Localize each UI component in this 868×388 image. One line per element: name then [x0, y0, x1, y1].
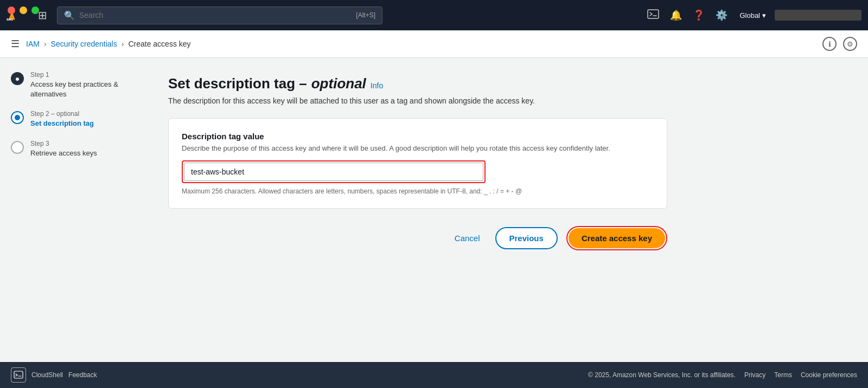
step-2-indicator	[11, 111, 24, 124]
footer-right: © 2025, Amazon Web Services, Inc. or its…	[588, 371, 857, 379]
account-bar	[775, 10, 861, 21]
create-access-key-button[interactable]: Create access key	[569, 228, 665, 248]
step-2-dot	[15, 115, 20, 120]
help-icon[interactable]: ❓	[690, 6, 708, 24]
terminal-icon[interactable]	[644, 5, 662, 26]
copyright-text: © 2025, Amazon Web Services, Inc. or its…	[588, 371, 736, 379]
sidebar-step-1: ● Step 1 Access key best practices & alt…	[11, 71, 136, 99]
window-close[interactable]	[8, 7, 15, 14]
breadcrumb-bar: ☰ IAM › Security credentials › Create ac…	[0, 30, 868, 58]
page-title: Set description tag – optional Info	[168, 75, 846, 92]
sidebar: ● Step 1 Access key best practices & alt…	[0, 58, 146, 362]
breadcrumb-sep-2: ›	[122, 40, 124, 48]
step-1-number: Step 1	[30, 71, 136, 79]
input-hint: Maximum 256 characters. Allowed characte…	[182, 187, 654, 195]
page-title-static: Set description tag –	[168, 75, 307, 92]
svg-text:aws: aws	[7, 17, 13, 21]
cancel-button[interactable]: Cancel	[448, 229, 487, 247]
cookie-link[interactable]: Cookie preferences	[801, 371, 857, 379]
hamburger-icon[interactable]: ☰	[11, 38, 20, 50]
step-2-number: Step 2 – optional	[30, 110, 94, 118]
page-description: The description for this access key will…	[168, 96, 846, 105]
topbar: aws ⊞ 🔍 [Alt+S] 🔔 ❓ ⚙️ Global ▾	[0, 0, 868, 30]
description-input-wrap	[182, 160, 486, 183]
sidebar-step-2: Step 2 – optional Set description tag	[11, 110, 136, 128]
action-buttons: Cancel Previous Create access key	[168, 226, 667, 250]
step-3-indicator	[11, 141, 24, 154]
window-controls	[8, 7, 39, 14]
region-selector[interactable]: Global ▾	[735, 9, 770, 22]
description-input[interactable]	[184, 163, 483, 181]
footer: CloudShell Feedback © 2025, Amazon Web S…	[0, 362, 868, 388]
field-label: Description tag value	[182, 132, 654, 141]
step-3-number: Step 3	[30, 140, 97, 147]
window-maximize[interactable]	[31, 7, 39, 14]
step-1-indicator: ●	[11, 72, 24, 85]
breadcrumb-sep-1: ›	[44, 40, 47, 48]
step-1-content: Step 1 Access key best practices & alter…	[30, 71, 136, 99]
svg-rect-3	[14, 371, 23, 378]
search-bar[interactable]: 🔍 [Alt+S]	[57, 7, 382, 24]
step-2-title: Set description tag	[30, 119, 94, 128]
footer-left: CloudShell Feedback	[11, 367, 97, 383]
search-shortcut: [Alt+S]	[356, 11, 375, 19]
svg-rect-1	[648, 10, 659, 18]
main-layout: ● Step 1 Access key best practices & alt…	[0, 58, 868, 362]
description-card: Description tag value Describe the purpo…	[168, 118, 667, 209]
chevron-down-icon: ▾	[762, 11, 766, 20]
content-area: Set description tag – optional Info The …	[146, 58, 868, 362]
step-3-title: Retrieve access keys	[30, 148, 97, 158]
privacy-link[interactable]: Privacy	[744, 371, 765, 379]
cloudshell-label[interactable]: CloudShell	[31, 371, 63, 379]
previous-button[interactable]: Previous	[495, 227, 558, 249]
info-link[interactable]: Info	[371, 81, 383, 90]
sidebar-step-3: Step 3 Retrieve access keys	[11, 140, 136, 158]
bell-icon[interactable]: 🔔	[667, 6, 685, 24]
field-description: Describe the purpose of this access key …	[182, 143, 654, 154]
terms-link[interactable]: Terms	[774, 371, 792, 379]
step-3-content: Step 3 Retrieve access keys	[30, 140, 97, 158]
settings-icon[interactable]: ⚙️	[712, 6, 731, 24]
step-1-check-icon: ●	[15, 74, 20, 83]
settings-circle-icon[interactable]: ⚙	[843, 37, 857, 51]
create-button-wrap: Create access key	[566, 226, 667, 250]
breadcrumb-iam[interactable]: IAM	[26, 40, 40, 48]
info-circle-icon[interactable]: ℹ	[822, 37, 837, 51]
search-icon: 🔍	[64, 10, 75, 21]
feedback-label[interactable]: Feedback	[68, 371, 97, 379]
step-1-title: Access key best practices & alternatives	[30, 80, 136, 99]
search-input[interactable]	[79, 11, 352, 20]
breadcrumb-security[interactable]: Security credentials	[51, 40, 117, 48]
step-2-content: Step 2 – optional Set description tag	[30, 110, 94, 128]
topbar-right: 🔔 ❓ ⚙️ Global ▾	[644, 5, 861, 26]
breadcrumb-current: Create access key	[128, 40, 190, 48]
breadcrumb-right: ℹ ⚙	[822, 37, 857, 51]
cloudshell-icon[interactable]	[11, 367, 26, 383]
page-title-italic: optional	[311, 75, 366, 92]
window-minimize[interactable]	[20, 7, 27, 14]
